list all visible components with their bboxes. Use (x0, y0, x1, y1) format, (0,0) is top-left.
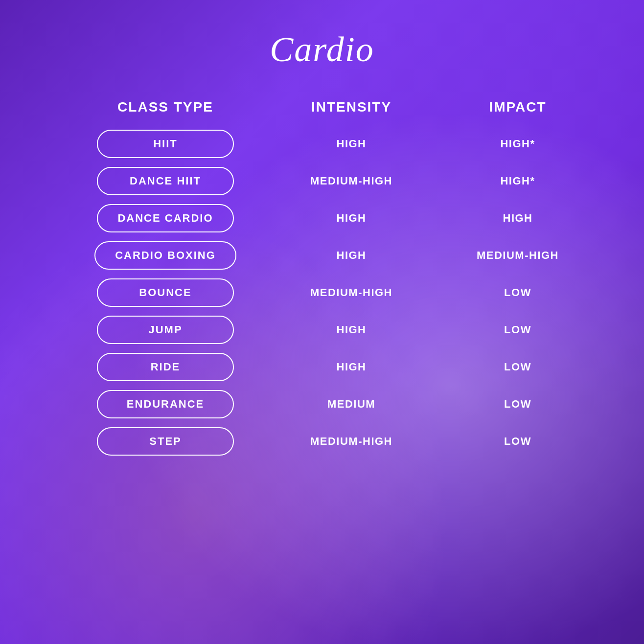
intensity-cell-endurance: MEDIUM (268, 398, 435, 411)
table-row: CARDIO BOXING HIGH MEDIUM-HIGH (53, 241, 591, 270)
intensity-cell-hiit: HIGH (268, 138, 435, 150)
class-badge-step: STEP (97, 427, 234, 456)
class-badge-bounce: BOUNCE (97, 278, 234, 307)
intensity-cell-ride: HIGH (268, 361, 435, 373)
class-badge-label-endurance: ENDURANCE (127, 398, 205, 410)
table-row: ENDURANCE MEDIUM LOW (53, 390, 591, 418)
class-badge-label-bounce: BOUNCE (139, 286, 191, 299)
table-header: CLASS TYPE INTENSITY IMPACT (53, 99, 591, 115)
class-badge-label-ride: RIDE (151, 361, 181, 373)
intensity-cell-step: MEDIUM-HIGH (268, 435, 435, 448)
class-type-cell-cardio-boxing: CARDIO BOXING (63, 241, 268, 270)
class-badge-ride: RIDE (97, 353, 234, 381)
impact-cell-dance-cardio: HIGH (435, 212, 601, 225)
intensity-cell-dance-cardio: HIGH (268, 212, 435, 225)
impact-cell-bounce: LOW (435, 286, 601, 299)
page-background: Cardio CLASS TYPE INTENSITY IMPACT HIIT … (0, 0, 644, 644)
intensity-cell-jump: HIGH (268, 323, 435, 336)
table-row: HIIT HIGH HIGH* (53, 130, 591, 158)
class-badge-label-hiit: HIIT (153, 138, 178, 150)
class-badge-label-jump: JUMP (148, 323, 182, 336)
class-type-cell-hiit: HIIT (63, 130, 268, 158)
impact-cell-ride: LOW (435, 361, 601, 373)
impact-cell-hiit: HIGH* (435, 138, 601, 150)
class-badge-label-dance-hiit: DANCE HIIT (130, 175, 201, 187)
class-badge-jump: JUMP (97, 316, 234, 344)
col-header-intensity: INTENSITY (268, 99, 435, 115)
impact-cell-jump: LOW (435, 323, 601, 336)
table-row: DANCE CARDIO HIGH HIGH (53, 204, 591, 232)
class-badge-label-dance-cardio: DANCE CARDIO (117, 212, 213, 224)
class-badge-dance-cardio: DANCE CARDIO (97, 204, 234, 232)
cardio-table: CLASS TYPE INTENSITY IMPACT HIIT HIGH HI… (53, 99, 591, 456)
table-body: HIIT HIGH HIGH* DANCE HIIT MEDIUM-HIGH H… (53, 130, 591, 456)
class-badge-label-step: STEP (149, 435, 181, 447)
class-type-cell-dance-hiit: DANCE HIIT (63, 167, 268, 195)
class-type-cell-jump: JUMP (63, 316, 268, 344)
table-row: DANCE HIIT MEDIUM-HIGH HIGH* (53, 167, 591, 195)
class-badge-label-cardio-boxing: CARDIO BOXING (115, 249, 216, 261)
table-row: JUMP HIGH LOW (53, 316, 591, 344)
class-type-cell-ride: RIDE (63, 353, 268, 381)
table-row: BOUNCE MEDIUM-HIGH LOW (53, 278, 591, 307)
impact-cell-endurance: LOW (435, 398, 601, 411)
page-title: Cardio (270, 29, 374, 70)
table-row: STEP MEDIUM-HIGH LOW (53, 427, 591, 456)
class-badge-dance-hiit: DANCE HIIT (97, 167, 234, 195)
impact-cell-step: LOW (435, 435, 601, 448)
class-type-cell-bounce: BOUNCE (63, 278, 268, 307)
class-type-cell-dance-cardio: DANCE CARDIO (63, 204, 268, 232)
col-header-class-type: CLASS TYPE (63, 99, 268, 115)
intensity-cell-dance-hiit: MEDIUM-HIGH (268, 175, 435, 187)
impact-cell-cardio-boxing: MEDIUM-HIGH (435, 249, 601, 262)
class-badge-hiit: HIIT (97, 130, 234, 158)
impact-cell-dance-hiit: HIGH* (435, 175, 601, 187)
class-type-cell-endurance: ENDURANCE (63, 390, 268, 418)
class-badge-endurance: ENDURANCE (97, 390, 234, 418)
col-header-impact: IMPACT (435, 99, 601, 115)
intensity-cell-cardio-boxing: HIGH (268, 249, 435, 262)
class-badge-cardio-boxing: CARDIO BOXING (94, 241, 236, 270)
table-row: RIDE HIGH LOW (53, 353, 591, 381)
class-type-cell-step: STEP (63, 427, 268, 456)
intensity-cell-bounce: MEDIUM-HIGH (268, 286, 435, 299)
